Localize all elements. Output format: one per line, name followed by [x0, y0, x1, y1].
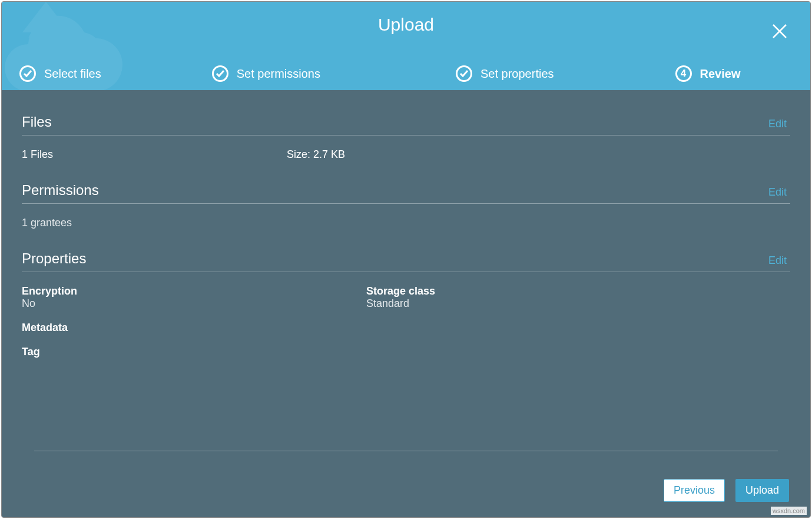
check-circle-icon: [19, 65, 36, 82]
close-button[interactable]: [771, 23, 788, 42]
upload-button[interactable]: Upload: [735, 479, 789, 502]
step-set-permissions[interactable]: Set permissions: [212, 65, 320, 82]
files-count: 1 Files: [22, 148, 287, 161]
section-heading: Files: [22, 114, 768, 130]
dialog-body: Files Edit 1 Files Size: 2.7 KB Permissi…: [2, 90, 810, 517]
files-size: Size: 2.7 KB: [287, 148, 345, 161]
grantees-count: 1 grantees: [22, 217, 790, 229]
upload-dialog: Upload Select files Set permissions: [1, 1, 811, 518]
tag-property: Tag: [22, 346, 790, 358]
section-heading: Properties: [22, 250, 768, 267]
step-review[interactable]: 4 Review: [675, 65, 741, 82]
files-section: Files Edit 1 Files Size: 2.7 KB: [22, 114, 790, 161]
edit-permissions-link[interactable]: Edit: [768, 186, 787, 199]
close-icon: [771, 23, 788, 39]
wizard-steps: Select files Set permissions Set propert…: [2, 65, 810, 82]
edit-properties-link[interactable]: Edit: [768, 254, 787, 267]
step-number-icon: 4: [675, 65, 692, 82]
property-label: Storage class: [366, 285, 711, 297]
check-circle-icon: [456, 65, 472, 82]
metadata-property: Metadata: [22, 322, 366, 334]
edit-files-link[interactable]: Edit: [768, 118, 787, 130]
property-value: Standard: [366, 297, 711, 310]
encryption-property: Encryption No: [22, 285, 366, 310]
permissions-section: Permissions Edit 1 grantees: [22, 182, 790, 229]
property-value: No: [22, 297, 366, 310]
check-circle-icon: [212, 65, 228, 82]
dialog-header: Upload Select files Set permissions: [2, 2, 810, 90]
property-label: Encryption: [22, 285, 366, 297]
watermark: wsxdn.com: [771, 507, 807, 515]
storage-class-property: Storage class Standard: [366, 285, 711, 310]
previous-button[interactable]: Previous: [664, 479, 725, 502]
property-label: Metadata: [22, 322, 366, 334]
step-select-files[interactable]: Select files: [19, 65, 101, 82]
property-label: Tag: [22, 346, 790, 358]
step-label: Set properties: [480, 67, 554, 81]
properties-section: Properties Edit Encryption No Storage cl…: [22, 250, 790, 370]
footer-divider: [34, 451, 778, 451]
dialog-footer: Previous Upload: [664, 479, 789, 502]
step-label: Set permissions: [237, 67, 320, 81]
step-label: Review: [700, 67, 741, 81]
section-heading: Permissions: [22, 182, 768, 199]
step-label: Select files: [44, 67, 101, 81]
step-set-properties[interactable]: Set properties: [456, 65, 554, 82]
